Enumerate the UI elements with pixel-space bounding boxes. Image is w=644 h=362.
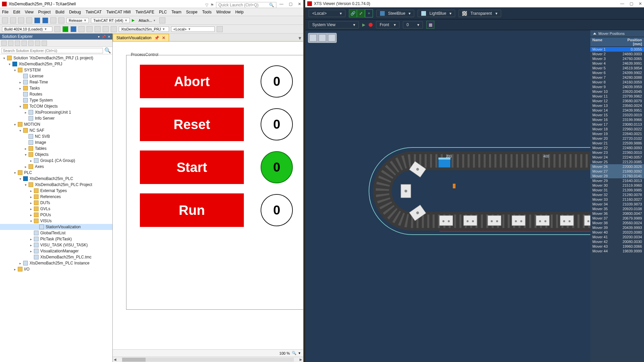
tree-node[interactable]: ▾PLC [0,170,112,176]
zoom-dropdown-icon[interactable]: ▾ [299,351,301,355]
mover-row[interactable]: Mover 2222480.0093 [590,145,644,150]
tree-node[interactable]: GlobalTextList [0,230,112,236]
expand-icon[interactable]: ▸ [18,261,22,265]
mover-row[interactable]: Mover 1223680.0079 [590,99,644,103]
tree-node[interactable]: ▾VISUs [0,218,112,224]
tree-node[interactable]: XtsDemoBach25m_PLC.tmc [0,254,112,260]
tree-node[interactable]: ▸VisualizationManager [0,248,112,254]
mover-row[interactable]: Mover 3221280.0078 [590,192,644,197]
menu-tools[interactable]: Tools [202,10,212,14]
mover-row[interactable]: Mover 2821760.0141 [590,174,644,178]
scroll-thumb[interactable] [122,358,146,362]
mover-row[interactable]: Mover 2721880.0092 [590,169,644,174]
redo-icon[interactable] [58,17,64,23]
mover-row[interactable]: Mover 4220080.0030 [590,239,644,244]
project-combo[interactable]: XtsDemoBach25m_PRJ▼ [119,26,169,32]
expand-icon[interactable]: ▸ [29,189,33,193]
expand-icon[interactable]: ▾ [18,129,22,132]
mover-row[interactable]: Mover 3920439.9993 [590,225,644,230]
tb-icon-6[interactable] [111,26,117,32]
close-icon[interactable]: ✕ [639,1,642,6]
tb-icon-7[interactable] [217,26,223,32]
color2-combo[interactable]: LightBlue▾ [418,10,455,17]
play-icon[interactable]: ▶ [362,22,365,27]
expand-icon[interactable]: ▸ [29,201,33,205]
mover-row[interactable]: Mover 1123799.9962 [590,94,644,99]
xts-titlebar[interactable]: XTS Viewer (Version 0.21.74.0) — ▢ ✕ [305,0,644,7]
expand-icon[interactable]: ▾ [23,183,28,187]
expand-icon[interactable]: ▸ [13,267,17,271]
tb-icon-5[interactable] [103,26,109,32]
expand-icon[interactable]: ▾ [2,56,6,60]
expand-icon[interactable]: ▾ [7,62,11,66]
start-button[interactable]: Start [140,150,244,184]
tree-node[interactable]: ▾NC SAF [0,127,112,133]
new-icon[interactable] [18,17,24,23]
color3-combo[interactable]: Transparent▾ [459,10,501,17]
tree-node[interactable]: ▾MOTION [0,121,112,127]
expand-icon[interactable]: ▸ [23,147,28,150]
activate-config-icon[interactable] [62,26,68,32]
track-viewport[interactable]: 200 400 [305,30,590,362]
attach-combo[interactable]: Attach...▾ [137,18,157,23]
menu-plc[interactable]: PLC [159,10,167,14]
collapse-icon[interactable] [8,41,13,46]
mover-row[interactable]: Mover 1423439.9951 [590,108,644,113]
expand-icon[interactable]: ▸ [23,165,28,169]
menu-edit[interactable]: Edit [13,10,20,14]
tree-node[interactable]: ▸References [0,194,112,200]
expand-icon[interactable]: ▾ [13,123,17,126]
mover-row[interactable]: Mover 1323560.0024 [590,103,644,108]
mover-row[interactable]: Mover 1922840.0021 [590,131,644,136]
run-icon[interactable]: ▶ [132,18,135,22]
mover-row[interactable]: Mover 3520920.0108 [590,206,644,211]
mover-row[interactable]: Mover 2322360.0010 [590,150,644,155]
expand-icon[interactable]: ▸ [29,243,33,247]
minimize-icon[interactable]: — [279,2,283,6]
menu-scope[interactable]: Scope [186,10,198,14]
expand-icon[interactable]: ▾ [29,219,33,223]
mover-row[interactable]: Mover 624399.9902 [590,70,644,75]
abort-button[interactable]: Abort [140,65,244,98]
add-icon[interactable]: ＋ [365,9,373,17]
tree-node[interactable]: ▾Objects [0,152,112,158]
mover-row[interactable]: Mover 1723080.0113 [590,122,644,127]
zoom-reset-icon[interactable] [328,34,335,42]
mover-row[interactable]: Mover 4120200.0034 [590,235,644,239]
expand-icon[interactable]: ▾ [18,105,22,108]
restart-icon[interactable] [70,26,76,32]
save-icon[interactable] [34,17,40,23]
menu-view[interactable]: View [25,10,34,14]
mover-row[interactable]: Mover 4020320.0080 [590,230,644,235]
tree-node[interactable]: ▸External Types [0,188,112,194]
tree-node[interactable]: ▸VISU_TASK (VISU_TASK) [0,242,112,248]
tree-node[interactable]: ▾XtsDemoBach25m_PLC Project [0,182,112,188]
mover-row[interactable]: Mover 2522120.0085 [590,160,644,164]
tree-node[interactable]: ▾SYSTEM [0,67,112,73]
link-icon[interactable]: 🔗 [349,9,357,17]
mover-row[interactable]: Mover 1523320.0019 [590,113,644,117]
tree-node[interactable]: Routes [0,91,112,97]
mover-panel-header[interactable]: Mover Positions [590,30,644,37]
tree-node[interactable]: ▾TcCOM Objects [0,103,112,109]
record-icon[interactable] [369,23,373,27]
pin-tab-icon[interactable]: 📌 [154,36,159,40]
menu-project[interactable]: Project [38,10,51,14]
expand-icon[interactable]: ▾ [23,153,28,157]
expand-icon[interactable]: ▾ [13,68,17,72]
expand-icon[interactable]: ▸ [18,80,22,84]
pin-icon[interactable]: 📌 [102,35,106,39]
chevron-up-icon[interactable] [593,33,596,35]
home-icon[interactable] [1,41,7,46]
mover-row[interactable]: Mover 3321160.0027 [590,197,644,202]
zoom-fit-icon[interactable] [309,34,317,42]
tb-icon-2[interactable] [78,26,85,32]
menu-build[interactable]: Build [55,10,64,14]
mover-row[interactable]: Mover 3421039.9873 [590,202,644,206]
close-panel-icon[interactable]: ✕ [108,35,110,39]
menu-twincat[interactable]: TwinCAT [86,10,102,14]
ide-titlebar[interactable]: XtsDemoBach25m_PRJ - TcXaeShell ▽ ⚑ Quic… [0,0,303,8]
mover-row[interactable]: Mover 424639.9991 [590,61,644,66]
menu-debug[interactable]: Debug [69,10,81,14]
mover-row[interactable]: Mover 2622000.0026 [590,164,644,169]
